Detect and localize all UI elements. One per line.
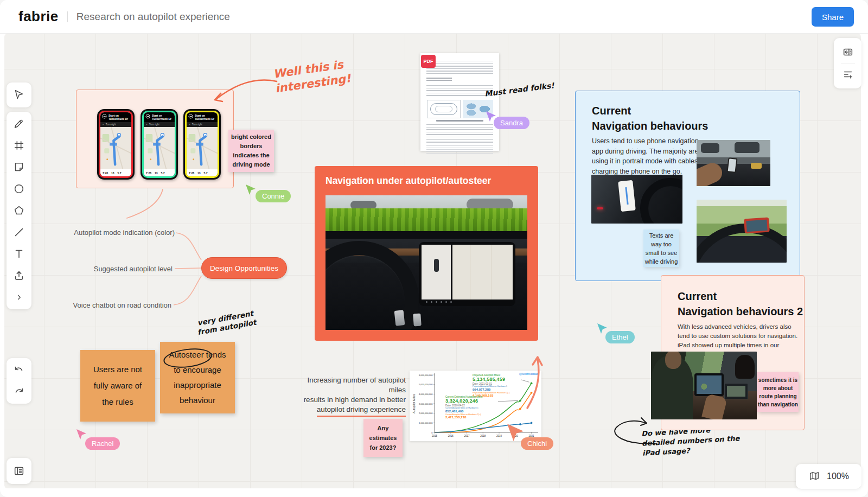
pdf-figure [426,100,493,118]
photo-ipad-in-truck[interactable] [651,352,757,419]
sticky-driving-mode[interactable]: bright colored borders indicates the dri… [228,130,274,172]
svg-text:5,000,000,000: 5,000,000,000 [419,383,433,386]
pages-panel-icon[interactable] [8,460,30,482]
header-divider [67,11,68,22]
photo-phone-on-wheel[interactable] [697,200,787,263]
phone-border-red: Start on Tuckermuck Dr ⌐Turn right [99,111,133,178]
svg-text:2015: 2015 [432,435,438,437]
svg-text:Autopilot Miles: Autopilot Miles [412,394,416,413]
phone-border-yellow: Start on Tuckermuck Dr ⌐Turn right [185,111,219,178]
toolbar-tools-group [7,112,31,309]
toolbar-pages-group [7,458,31,484]
cursor-rachel [75,428,88,441]
nav-subheader: ⌐Turn right [144,122,175,127]
cursor-sandra [484,110,497,123]
mindmap-node-chatbot[interactable]: Voice chatbot on road condition [63,301,171,309]
top-bar: fabrie Research on autopilot experience … [0,0,868,34]
toolbar-select-group [7,82,31,107]
zoom-control[interactable]: 100% [796,464,861,489]
frame-icon[interactable] [8,135,30,156]
chart-annotation-current: Current Estimated Autopilot Miles: 3,324… [445,396,483,419]
line-tool-icon[interactable] [8,221,30,243]
upload-icon[interactable] [8,265,30,286]
board-layer: Start on Tuckermuck Dr ⌐Turn right [0,0,868,497]
svg-text:2018: 2018 [480,435,486,437]
more-tools-chevron-icon[interactable] [8,286,30,308]
share-button[interactable]: Share [812,7,854,27]
nav-header: Start on Tuckermuck Dr [100,112,131,122]
toolbar-history-group [7,358,31,404]
phone-border-green: Start on Tuckermuck Dr ⌐Turn right [142,111,176,178]
ellipse-tool-icon[interactable] [8,178,30,200]
svg-text:4,000,000,000: 4,000,000,000 [419,393,433,396]
handwriting-very-different[interactable]: very different from autopilot [195,309,257,337]
cursor-chichi [505,422,526,444]
maneuver-icon [188,114,193,119]
panel-body: Users tend to use phone navigation app d… [592,136,705,176]
board-title[interactable]: Research on autopilot experience [76,11,230,23]
user-tag-rachel: Rachel [85,437,120,450]
statement-autopilot-miles[interactable]: Increasing number of autopilot miles res… [291,375,406,417]
svg-text:2,000,000,000: 2,000,000,000 [419,412,433,415]
phones-frame[interactable]: Start on Tuckermuck Dr ⌐Turn right [76,90,234,188]
pdf-figure-caption [436,120,483,122]
sticky-route-planning[interactable]: sometimes it is more about route plannin… [757,372,799,412]
nav-stats: 7:28135.7 [100,169,131,176]
panel-title-line1: Current [678,289,803,304]
svg-text:1,000,000,000: 1,000,000,000 [419,422,433,424]
svg-text:2016: 2016 [448,435,454,437]
pdf-footnotes [426,145,493,154]
sticky-estimates-2023[interactable]: Any estimates for 2023? [363,419,403,457]
handwriting-interesting[interactable]: Well this is interesting! [272,56,352,96]
nav-map [187,127,218,170]
nav-stats: 7:28135.7 [144,169,175,176]
maneuver-icon [102,114,107,119]
nav-header: Start on Tuckermuck Dr [144,112,175,122]
app-logo[interactable]: fabrie [18,8,59,25]
nav-subheader: ⌐Turn right [100,122,131,127]
panel-title: Navigation under autopilot/autosteer [326,175,491,187]
chart-watermark: @lexfridman [519,372,539,375]
sticky-note-icon[interactable] [8,156,30,178]
photo-tesla-interior [326,195,527,330]
svg-text:2017: 2017 [464,435,470,437]
user-tag-connie: Connie [256,190,291,202]
sticky-texts-too-small[interactable]: Texts are way too small to see while dri… [643,230,679,267]
underlined-text: autopilot driving experience [317,405,406,417]
text-tool-icon[interactable] [8,243,30,265]
panel-autopilot[interactable]: Navigation under autopilot/autosteer [315,166,538,341]
undo-icon[interactable] [8,359,30,381]
cursor-ethel [596,322,609,335]
nav-header: Start on Tuckermuck Dr [187,112,218,122]
minimap-icon[interactable] [808,470,820,482]
phone-mockup-yellow[interactable]: Start on Tuckermuck Dr ⌐Turn right [183,109,221,180]
add-list-icon[interactable] [837,63,859,85]
nav-stats: 7:28135.7 [187,169,218,176]
cursor-connie [244,183,257,196]
redo-icon[interactable] [8,381,30,403]
nav-subheader: ⌐Turn right [187,122,218,127]
svg-text:6,000,000,000: 6,000,000,000 [419,374,433,377]
phone-mockup-green[interactable]: Start on Tuckermuck Dr ⌐Turn right [141,109,178,180]
pdf-heading-block [426,78,452,82]
phone-mockup-red[interactable]: Start on Tuckermuck Dr ⌐Turn right [97,109,135,180]
sticky-users-not-aware[interactable]: Users are not fully aware of the rules [80,350,155,422]
select-tool-icon[interactable] [8,84,30,106]
mindmap-node-level[interactable]: Suggested autopilot level [86,265,173,273]
photo-hand-adjusting-phone[interactable] [697,140,770,186]
polygon-tool-icon[interactable] [8,200,30,221]
pdf-document[interactable]: PDF [420,53,499,151]
panel-title-line1: Current [592,103,709,118]
svg-text:2019: 2019 [496,435,502,437]
photo-phone-mounted-dark[interactable] [591,175,682,224]
user-tag-sandra: Sandra [494,117,529,129]
mindmap-node-color[interactable]: Autopilot mode indication (color) [60,228,175,237]
pdf-text-block [426,61,493,75]
zoom-level[interactable]: 100% [827,471,849,481]
collapse-panel-icon[interactable] [837,41,859,63]
mindmap-center-design-opportunities[interactable]: Design Opportunities [201,257,287,279]
pencil-icon[interactable] [8,113,30,135]
pdf-badge: PDF [421,55,436,68]
nav-map [100,127,131,170]
right-panel-controls [834,38,861,88]
